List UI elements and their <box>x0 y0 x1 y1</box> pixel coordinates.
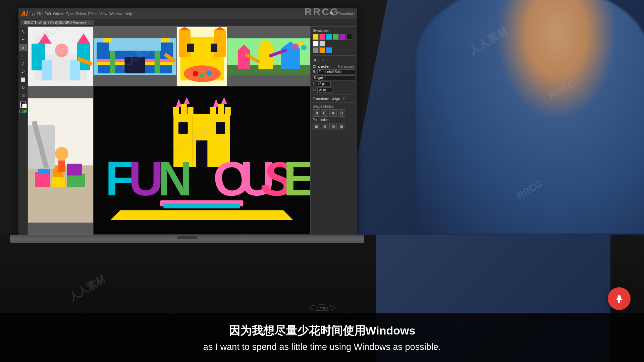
font-style-select[interactable]: Regular <box>313 75 355 80</box>
paragraph-tab[interactable]: Paragraph <box>338 64 355 68</box>
logo-button[interactable] <box>608 287 631 310</box>
svg-rect-67 <box>173 107 179 116</box>
pathfinder-shortcut-tab[interactable]: P... <box>343 97 348 101</box>
color-mode-icons <box>19 110 27 113</box>
pathfinder-buttons: ▦ ▤ ▧ ▩ <box>313 123 355 130</box>
tab-close-icon[interactable]: ✕ <box>88 21 91 24</box>
funhouse-logo-svg: F U N O U S <box>94 86 310 234</box>
workspace-label: Essentials <box>338 12 355 16</box>
help-menu[interactable]: Help <box>124 12 132 16</box>
svg-marker-62 <box>110 210 293 220</box>
tab-bar: SKECTH.ai* @ 50% (RGB/GPU Preview) ✕ <box>18 19 357 26</box>
swatch-purple[interactable] <box>339 34 345 40</box>
unite-button[interactable]: ⊞ <box>313 109 320 117</box>
swatch-cyan[interactable] <box>326 34 332 40</box>
kerning-row: AV Auto <box>313 87 355 93</box>
laptop-camera-notch <box>177 236 197 239</box>
effect-menu[interactable]: Effect <box>88 12 97 16</box>
exclude-button[interactable]: ⊡ <box>338 109 345 117</box>
ai-logo-icon: Ai <box>21 10 28 18</box>
swatch-blue[interactable] <box>326 47 332 53</box>
crop-button[interactable]: ▩ <box>338 123 345 130</box>
more-tools[interactable]: ··· <box>21 115 24 119</box>
select-tool[interactable]: ↖ <box>19 28 27 35</box>
blocks-img <box>28 86 93 234</box>
type-menu[interactable]: Type <box>66 12 74 16</box>
canvas-area: F U N O U S <box>28 26 310 235</box>
svg-rect-6 <box>42 60 52 80</box>
pen-tool[interactable]: ✒ <box>19 36 27 43</box>
shape-modes-label: Shape Modes: <box>313 105 355 108</box>
swatch-black[interactable] <box>346 34 352 40</box>
color-icon[interactable] <box>19 110 23 113</box>
image-cell-2 <box>93 26 177 86</box>
kerning-icon: AV <box>313 88 316 92</box>
swatch-white[interactable] <box>313 41 319 47</box>
fill-color[interactable] <box>20 102 26 108</box>
svg-marker-14 <box>103 38 112 42</box>
gradient-icon[interactable] <box>23 110 27 113</box>
transform-tab[interactable]: Transform <box>313 97 329 101</box>
font-search-icon: 🔍 <box>313 70 317 74</box>
align-tab[interactable]: Align <box>332 97 340 101</box>
trim-button[interactable]: ▤ <box>321 123 328 130</box>
svg-rect-19 <box>110 51 115 73</box>
minus-front-button[interactable]: ⊟ <box>321 109 328 117</box>
svg-point-57 <box>55 147 68 161</box>
merge-button[interactable]: ▧ <box>329 123 337 130</box>
svg-point-46 <box>301 45 307 50</box>
pathfinders-section: Pathfinders: ▦ ▤ ▧ ▩ <box>313 118 355 130</box>
image-cell-1 <box>28 26 93 86</box>
swatch-gray[interactable] <box>319 41 325 47</box>
svg-rect-52 <box>52 177 65 187</box>
svg-rect-58 <box>58 161 65 172</box>
svg-rect-20 <box>155 51 160 73</box>
swatch-green[interactable] <box>333 34 339 40</box>
search-icon[interactable]: 🔍 <box>329 11 334 16</box>
svg-rect-32 <box>187 44 194 52</box>
swatch-dgray[interactable] <box>313 47 319 53</box>
main-content: Ai ⌂ File Edit Object Type Select Effect… <box>0 0 644 362</box>
divide-button[interactable]: ▦ <box>313 123 320 130</box>
svg-rect-53 <box>67 174 85 187</box>
file-menu[interactable]: File <box>37 12 43 16</box>
panel-icon-2[interactable]: ⊟ <box>317 58 321 62</box>
font-size-row: T 12 pt <box>313 81 355 86</box>
left-image-panel <box>28 86 93 235</box>
svg-rect-66 <box>178 122 188 134</box>
swatch-orange[interactable] <box>319 47 325 53</box>
type-tool[interactable]: T <box>19 52 27 59</box>
svg-rect-37 <box>258 47 273 69</box>
zoom-tool[interactable]: ⊕ <box>19 92 27 100</box>
object-menu[interactable]: Object <box>53 12 64 16</box>
kerning-select[interactable]: Auto <box>317 87 332 93</box>
character-tab[interactable]: Character <box>313 64 330 68</box>
edit-menu[interactable]: Edit <box>45 12 51 16</box>
active-tab[interactable]: SKECTH.ai* @ 50% (RGB/GPU Preview) ✕ <box>20 20 94 25</box>
panel-icon-3[interactable]: ≡ <box>322 58 324 62</box>
paint-tool[interactable]: 🖌 <box>19 68 27 75</box>
bounce-castle-img-3 <box>177 27 227 86</box>
funhouse-canvas: F U N O U S <box>93 86 310 235</box>
svg-rect-68 <box>181 104 187 116</box>
window-menu[interactable]: Window <box>109 12 122 16</box>
swatch-yellow[interactable] <box>313 34 319 40</box>
curvature-tool[interactable]: ⌀ <box>19 44 27 51</box>
caption-chinese: 因为我想尽量少花时间使用Windows <box>229 323 416 339</box>
person-overlay <box>342 0 644 235</box>
svg-rect-69 <box>187 107 194 116</box>
svg-rect-76 <box>225 107 231 116</box>
caption-english: as I want to spend as little time using … <box>203 342 441 352</box>
svg-rect-75 <box>218 104 224 116</box>
swatch-pink[interactable] <box>319 34 325 40</box>
font-size-input[interactable]: 12 pt <box>316 81 331 86</box>
panel-icon-1[interactable]: ⊞ <box>313 58 316 62</box>
font-name-input[interactable]: Zamenhof-Solid <box>317 69 355 74</box>
home-icon[interactable]: ⌂ <box>32 11 35 16</box>
select-menu[interactable]: Select <box>76 12 86 16</box>
eraser-tool[interactable]: ⬜ <box>19 76 27 83</box>
rotate-tool[interactable]: ↻ <box>19 84 27 92</box>
line-tool[interactable]: ╱ <box>19 60 27 67</box>
intersect-button[interactable]: ⊠ <box>329 109 337 117</box>
view-menu[interactable]: View <box>99 12 107 16</box>
